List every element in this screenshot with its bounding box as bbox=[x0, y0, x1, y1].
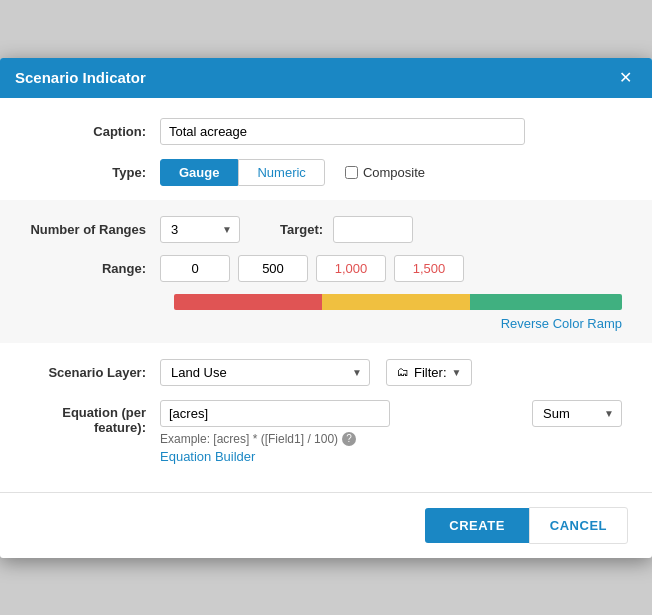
reverse-color-ramp-link[interactable]: Reverse Color Ramp bbox=[501, 316, 622, 331]
range-input-3[interactable] bbox=[394, 255, 464, 282]
help-icon[interactable]: ? bbox=[342, 432, 356, 446]
ranges-select-wrap: 1 2 3 4 5 ▼ bbox=[160, 216, 240, 243]
range-label: Range: bbox=[30, 261, 160, 276]
sum-select[interactable]: Sum Average Count bbox=[532, 400, 622, 427]
create-button[interactable]: CREATE bbox=[425, 508, 528, 543]
layer-select[interactable]: Land Use bbox=[160, 359, 370, 386]
filter-dropdown-arrow-icon: ▼ bbox=[452, 367, 462, 378]
type-buttons: Gauge Numeric Composite bbox=[160, 159, 425, 186]
equation-label: Equation (perfeature): bbox=[30, 400, 160, 435]
composite-checkbox-label[interactable]: Composite bbox=[345, 165, 425, 180]
range-input-2[interactable] bbox=[316, 255, 386, 282]
dialog-footer: CREATE CANCEL bbox=[0, 492, 652, 558]
number-of-ranges-label: Number of Ranges bbox=[30, 222, 160, 237]
gauge-button[interactable]: Gauge bbox=[160, 159, 238, 186]
composite-label: Composite bbox=[363, 165, 425, 180]
equation-builder-link[interactable]: Equation Builder bbox=[160, 449, 522, 464]
scenario-layer-row: Scenario Layer: Land Use ▼ 🗂 Filter: ▼ bbox=[30, 359, 622, 386]
dialog-header: Scenario Indicator ✕ bbox=[0, 58, 652, 98]
dialog-body: Caption: Type: Gauge Numeric Composite N… bbox=[0, 98, 652, 492]
ranges-select[interactable]: 1 2 3 4 5 bbox=[160, 216, 240, 243]
range-input-1[interactable] bbox=[238, 255, 308, 282]
target-label: Target: bbox=[280, 222, 323, 237]
equation-example-text: Example: [acres] * ([Field1] / 100) bbox=[160, 432, 338, 446]
equation-input[interactable] bbox=[160, 400, 390, 427]
scenario-layer-label: Scenario Layer: bbox=[30, 365, 160, 380]
range-input-0[interactable] bbox=[160, 255, 230, 282]
type-row: Type: Gauge Numeric Composite bbox=[30, 159, 622, 186]
equation-row: Equation (perfeature): Example: [acres] … bbox=[30, 400, 622, 464]
caption-label: Caption: bbox=[30, 124, 160, 139]
dialog-title: Scenario Indicator bbox=[15, 69, 146, 86]
layer-select-wrap: Land Use ▼ bbox=[160, 359, 370, 386]
filter-stack-icon: 🗂 bbox=[397, 365, 409, 379]
sum-select-wrap: Sum Average Count ▼ bbox=[532, 400, 622, 427]
filter-button[interactable]: 🗂 Filter: ▼ bbox=[386, 359, 472, 386]
color-ramp-bar bbox=[174, 294, 622, 310]
close-button[interactable]: ✕ bbox=[614, 68, 637, 88]
range-values bbox=[160, 255, 464, 282]
caption-row: Caption: bbox=[30, 118, 622, 145]
ranges-target-row: Number of Ranges 1 2 3 4 5 ▼ Target: bbox=[30, 216, 622, 243]
reverse-link-row: Reverse Color Ramp bbox=[30, 316, 622, 331]
scenario-indicator-dialog: Scenario Indicator ✕ Caption: Type: Gaug… bbox=[0, 58, 652, 558]
composite-checkbox[interactable] bbox=[345, 166, 358, 179]
type-label: Type: bbox=[30, 165, 160, 180]
numeric-button[interactable]: Numeric bbox=[238, 159, 324, 186]
cancel-button[interactable]: CANCEL bbox=[529, 507, 628, 544]
caption-input[interactable] bbox=[160, 118, 525, 145]
filter-label: Filter: bbox=[414, 365, 447, 380]
equation-content: Example: [acres] * ([Field1] / 100) ? Eq… bbox=[160, 400, 522, 464]
target-input[interactable] bbox=[333, 216, 413, 243]
equation-example: Example: [acres] * ([Field1] / 100) ? bbox=[160, 432, 522, 446]
range-inputs-row: Range: bbox=[30, 255, 622, 282]
ranges-section: Number of Ranges 1 2 3 4 5 ▼ Target: Ran… bbox=[0, 200, 652, 343]
